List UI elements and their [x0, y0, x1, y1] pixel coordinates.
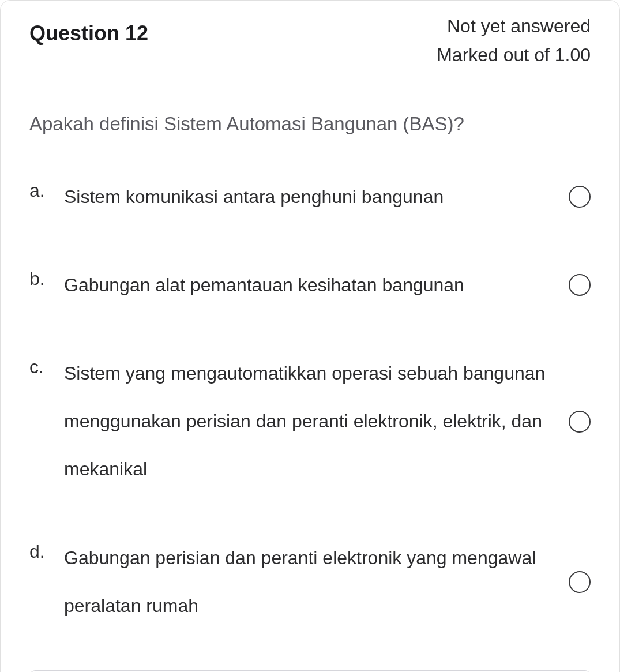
- option-text: Sistem komunikasi antara penghuni bangun…: [64, 173, 558, 221]
- option-letter: b.: [29, 261, 54, 296]
- option-b[interactable]: b. Gabungan alat pemantauan kesihatan ba…: [29, 261, 591, 309]
- option-letter: d.: [29, 534, 54, 569]
- question-text: Apakah definisi Sistem Automasi Bangunan…: [29, 110, 591, 138]
- radio-icon[interactable]: [569, 411, 591, 433]
- option-text: Gabungan perisian dan peranti elektronik…: [64, 534, 558, 630]
- options-list: a. Sistem komunikasi antara penghuni ban…: [29, 173, 591, 630]
- option-text: Sistem yang mengautomatikkan operasi seb…: [64, 350, 558, 494]
- option-a[interactable]: a. Sistem komunikasi antara penghuni ban…: [29, 173, 591, 221]
- option-letter: c.: [29, 350, 54, 385]
- option-c[interactable]: c. Sistem yang mengautomatikkan operasi …: [29, 350, 591, 494]
- status-answered: Not yet answered: [437, 12, 591, 41]
- option-text: Gabungan alat pemantauan kesihatan bangu…: [64, 261, 558, 309]
- radio-icon[interactable]: [569, 571, 591, 593]
- question-title: Question 12: [29, 12, 148, 46]
- question-status: Not yet answered Marked out of 1.00: [437, 12, 591, 69]
- radio-icon[interactable]: [569, 274, 591, 296]
- question-card: Question 12 Not yet answered Marked out …: [0, 0, 620, 672]
- option-letter: a.: [29, 173, 54, 208]
- option-d[interactable]: d. Gabungan perisian dan peranti elektro…: [29, 534, 591, 630]
- question-header: Question 12 Not yet answered Marked out …: [29, 12, 591, 69]
- status-marks: Marked out of 1.00: [437, 41, 591, 70]
- radio-icon[interactable]: [569, 186, 591, 208]
